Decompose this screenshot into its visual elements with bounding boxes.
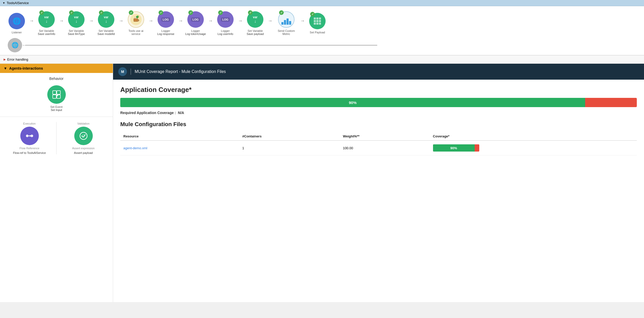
flow-node-setvar3[interactable]: ✓ var ↓ Set Variable Save modelId <box>95 11 118 35</box>
containers-cell: 1 <box>239 141 340 155</box>
sidebar-header-arrow: ▼ <box>4 66 7 70</box>
mule-files-title: Mule Configuration Files <box>120 121 637 128</box>
app-coverage-percent: 90% <box>349 100 356 105</box>
report-header-divider <box>131 69 131 75</box>
flow-node-logger3[interactable]: ✓ LOG Logger Log userInfo <box>214 11 237 35</box>
col-containers: #Containers <box>239 132 340 141</box>
flow-canvas: 🌐 Listener → ✓ var ↓ Set Variable Save u… <box>0 6 644 55</box>
munit-logo-text: M <box>121 70 124 74</box>
setvar4-label: Set Variable <box>247 29 263 32</box>
svg-point-5 <box>138 17 139 18</box>
validation-item: Validation Assert expression Assert payl… <box>59 122 108 154</box>
mini-progress-fill: 90% <box>433 144 475 152</box>
flow-node-sendmetric[interactable]: ✓ Send CustomMetric <box>273 11 299 35</box>
logger3-sublabel: Log userInfo <box>217 32 233 35</box>
error-handling[interactable]: ▶ Error handling <box>0 55 644 64</box>
assert-circle[interactable] <box>74 127 93 145</box>
col-coverage: Coverage* <box>430 132 637 141</box>
execution-item: Execution Flow Reference Flow-ref to Too… <box>5 122 54 154</box>
setvar2-label: Set Variable <box>69 29 84 32</box>
report-header-title: MUnit Coverage Report - Mule Configurati… <box>135 69 226 74</box>
arrow-10: → <box>299 18 306 24</box>
setvar1-circle: ✓ var ↓ <box>38 11 55 28</box>
flow-node-setvar2[interactable]: ✓ var ↓ Set Variable Save llmType <box>65 11 88 35</box>
set-event-node[interactable]: Set Event Set Input <box>45 85 68 111</box>
globe-icon: 🌐 <box>13 17 21 25</box>
check1: ✓ <box>39 10 44 15</box>
setpayload-label: Set Payload <box>310 31 325 34</box>
flow-ref-sublabel: Flow-ref to ToolsAIService <box>13 151 46 154</box>
bar4 <box>289 21 291 25</box>
log1-icon: LOG <box>161 17 170 22</box>
table-head: Resource #Containers Weight%** Coverage* <box>120 132 637 141</box>
required-coverage: Required Application Coverage : N/A <box>120 111 637 115</box>
sidebar-header-label: Agents-interactions <box>9 66 43 70</box>
arrow-4: → <box>118 18 124 24</box>
report-panel: M MUnit Coverage Report - Mule Configura… <box>113 64 644 302</box>
error-arrow-icon: ▶ <box>4 58 6 61</box>
table-header-row: Resource #Containers Weight%** Coverage* <box>120 132 637 141</box>
flow-node-listener[interactable]: 🌐 Listener <box>5 13 28 34</box>
assert-label: Assert expression <box>72 147 95 150</box>
flow-ref-circle[interactable] <box>20 127 39 145</box>
var2-icon: var ↓ <box>74 15 79 24</box>
setvar3-label: Set Variable <box>98 29 114 32</box>
var3-icon: var ↓ <box>104 15 108 24</box>
logger2-circle: ✓ LOG <box>187 11 204 28</box>
metric-label: Send CustomMetric <box>278 29 295 35</box>
assert-svg <box>79 131 88 141</box>
flow-node-toolsai[interactable]: ✓ <box>124 11 148 35</box>
log3-icon: LOG <box>221 17 230 22</box>
setvar1-label: Set Variable <box>39 29 54 32</box>
flow-node-setpayload[interactable]: ✓ Set Payload <box>306 13 329 34</box>
table-body: agent-demo.xml1100.0090% <box>120 141 637 155</box>
check4: ✓ <box>248 10 253 15</box>
flow-node-setvar4[interactable]: ✓ var ↓ Set Variable Save payload <box>244 11 267 35</box>
check3: ✓ <box>99 10 104 15</box>
setvar3-sublabel: Save modelId <box>97 32 115 35</box>
flow-node-logger2[interactable]: ✓ LOG Logger Log tokenUsage <box>184 11 207 35</box>
weight-cell: 100.00 <box>340 141 430 155</box>
sidebar-behavior-area: Set Event Set Input <box>0 83 113 114</box>
app-coverage-fill: 90% <box>120 98 585 107</box>
coverage-title: Application Coverage* <box>120 86 637 94</box>
arrow-8: → <box>237 18 244 24</box>
required-label: Required Application Coverage : <box>120 111 176 115</box>
logger2-sublabel: Log tokenUsage <box>185 32 206 35</box>
arrow-5: → <box>148 18 154 24</box>
arrow-7: → <box>207 18 214 24</box>
check-logger1: ✓ <box>159 10 163 15</box>
setvar4-sublabel: Save payload <box>247 32 264 35</box>
flow-node-logger1[interactable]: ✓ LOG Logger Log response <box>154 11 177 35</box>
set-event-circle <box>47 85 66 104</box>
logger3-label: Logger <box>221 29 230 32</box>
check2: ✓ <box>69 10 74 15</box>
coverage-cell: 90% <box>430 141 637 155</box>
flow-ref-label: Flow Reference <box>20 147 39 150</box>
bar1 <box>281 22 283 25</box>
col-resource: Resource <box>120 132 239 141</box>
title-bar-arrow: ▼ <box>3 2 5 4</box>
svg-point-13 <box>31 135 33 137</box>
flow-row: 🌐 Listener → ✓ var ↓ Set Variable Save u… <box>5 11 639 35</box>
mini-progress-bar: 90% <box>433 144 479 152</box>
logger1-label: Logger <box>161 29 170 32</box>
flow-node-setvar1[interactable]: ✓ var ↓ Set Variable Save userInfo <box>35 11 58 35</box>
app-coverage-bar: 90% <box>120 98 637 107</box>
validation-label: Validation <box>77 122 90 125</box>
svg-rect-7 <box>57 91 60 94</box>
assert-sublabel: Assert payload <box>74 151 93 154</box>
sidebar-bottom: Execution Flow Reference Flow-ref to Too… <box>0 119 113 157</box>
check-metric: ✓ <box>279 10 284 15</box>
svg-rect-6 <box>53 91 56 94</box>
set-event-label: Set Event <box>50 105 63 108</box>
sidebar-divider <box>0 117 113 117</box>
return-line <box>25 45 377 45</box>
bar2 <box>284 20 286 25</box>
error-handling-label: Error handling <box>7 58 28 61</box>
resource-cell[interactable]: agent-demo.xml <box>120 141 239 155</box>
execution-label: Execution <box>23 122 35 125</box>
title-bar-label: ToolsAIService <box>7 1 29 5</box>
sidebar: ▼ Agents-interactions Behavior Set <box>0 64 113 302</box>
setvar4-circle: ✓ var ↓ <box>247 11 263 28</box>
